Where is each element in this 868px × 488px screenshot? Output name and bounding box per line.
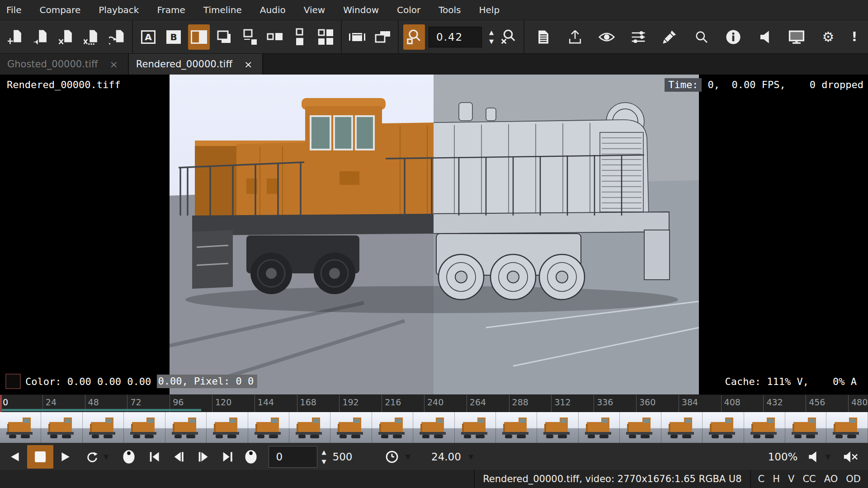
- toggle-color-correction[interactable]: CC: [802, 474, 816, 484]
- zoom-value-input[interactable]: 0.42: [429, 27, 482, 47]
- spin-up-icon[interactable]: ▲: [489, 30, 494, 35]
- toggle-value[interactable]: V: [788, 474, 794, 484]
- timeline-ball-left-button[interactable]: [118, 445, 139, 469]
- compare-overlay-button[interactable]: [213, 24, 235, 50]
- toggle-ao[interactable]: AO: [824, 474, 838, 484]
- menu-tools[interactable]: Tools: [439, 5, 461, 15]
- filmstrip-thumbnail[interactable]: [537, 412, 578, 443]
- spin-down-icon[interactable]: ▼: [489, 39, 494, 44]
- annotation-button[interactable]: [659, 24, 681, 50]
- menu-help[interactable]: Help: [479, 5, 500, 15]
- filmstrip-thumbnail[interactable]: [496, 412, 537, 443]
- mute-button[interactable]: [839, 445, 863, 469]
- next-frame-button[interactable]: [193, 445, 213, 469]
- close-icon[interactable]: ×: [244, 59, 252, 70]
- export-button[interactable]: [564, 24, 586, 50]
- open-file-button[interactable]: [5, 24, 26, 50]
- filmstrip-thumbnail[interactable]: [785, 412, 826, 443]
- volume-button[interactable]: ▼: [803, 445, 835, 469]
- loop-mode-button[interactable]: ▼: [81, 445, 113, 469]
- reload-button[interactable]: [106, 24, 127, 50]
- filmstrip-thumbnail[interactable]: [124, 412, 165, 443]
- zoom-window-button[interactable]: [403, 24, 425, 50]
- frame-spinner[interactable]: ▲ ▼: [322, 450, 326, 464]
- filmstrip-thumbnail[interactable]: [41, 412, 82, 443]
- filmstrip-thumbnail[interactable]: [207, 412, 248, 443]
- volume-dropdown-icon[interactable]: ▼: [825, 453, 830, 461]
- time-units-button[interactable]: ▼: [381, 445, 415, 469]
- menu-file[interactable]: File: [6, 5, 21, 15]
- menu-audio[interactable]: Audio: [260, 5, 286, 15]
- open-with-audio-button[interactable]: [30, 24, 52, 50]
- filmstrip-thumbnail[interactable]: [703, 412, 744, 443]
- info-button[interactable]: [722, 24, 744, 50]
- spin-down-icon[interactable]: ▼: [322, 460, 326, 464]
- previous-frame-button[interactable]: [168, 445, 189, 469]
- files-panel-button[interactable]: [533, 24, 554, 50]
- menu-window[interactable]: Window: [343, 5, 379, 15]
- go-to-start-button[interactable]: [144, 445, 165, 469]
- menu-playback[interactable]: Playback: [99, 5, 139, 15]
- zoom-fit-button[interactable]: [497, 24, 519, 50]
- filmstrip-thumbnail[interactable]: [744, 412, 785, 443]
- end-frame-label[interactable]: 500: [333, 451, 353, 463]
- render-viewport[interactable]: Rendered_00000.tiff Time: 0, 0.00 FPS, 0…: [0, 75, 868, 394]
- single-panel-button[interactable]: [346, 24, 368, 50]
- toggle-color-channel[interactable]: C: [758, 474, 765, 484]
- compare-vertical-button[interactable]: [289, 24, 311, 50]
- filmstrip-thumbnail[interactable]: [372, 412, 413, 443]
- stop-button[interactable]: [27, 445, 53, 469]
- menu-timeline[interactable]: Timeline: [203, 5, 242, 15]
- compare-difference-button[interactable]: [239, 24, 260, 50]
- playhead[interactable]: [0, 395, 2, 412]
- filmstrip-thumbnail[interactable]: [330, 412, 372, 443]
- compare-wipe-button[interactable]: [188, 24, 210, 50]
- filmstrip-thumbnail[interactable]: [661, 412, 703, 443]
- filmstrip-thumbnail[interactable]: [579, 412, 620, 443]
- menu-view[interactable]: View: [304, 5, 325, 15]
- filmstrip-thumbnail[interactable]: [455, 412, 496, 443]
- spin-up-icon[interactable]: ▲: [322, 450, 326, 454]
- compare-tile-button[interactable]: [315, 24, 336, 50]
- close-file-button[interactable]: [55, 24, 77, 50]
- filmstrip-thumbnail[interactable]: [165, 412, 207, 443]
- float-panels-button[interactable]: [372, 24, 393, 50]
- menu-color[interactable]: Color: [397, 5, 420, 15]
- settings-button[interactable]: ⚙: [817, 24, 839, 50]
- filmstrip-thumbnail[interactable]: [413, 412, 454, 443]
- menu-compare[interactable]: Compare: [39, 5, 80, 15]
- compare-b-button[interactable]: B: [163, 24, 184, 50]
- errors-button[interactable]: !: [849, 24, 860, 50]
- tab-ghosted[interactable]: Ghosted_00000.tiff ×: [0, 54, 129, 75]
- filmstrip-thumbnail[interactable]: [0, 412, 41, 443]
- filmstrip-thumbnail[interactable]: [620, 412, 661, 443]
- view-button[interactable]: [596, 24, 618, 50]
- close-icon[interactable]: ×: [109, 59, 118, 70]
- loop-dropdown-icon[interactable]: ▼: [104, 453, 109, 461]
- toggle-od[interactable]: OD: [846, 474, 861, 484]
- timeline-ball-right-button[interactable]: [241, 445, 261, 469]
- play-backwards-button[interactable]: [5, 445, 25, 469]
- compare-a-button[interactable]: A: [137, 24, 159, 50]
- go-to-end-button[interactable]: [217, 445, 238, 469]
- filmstrip-thumbnail[interactable]: [826, 412, 868, 443]
- audio-button[interactable]: [754, 24, 776, 50]
- filmstrip-thumbnail[interactable]: [83, 412, 124, 443]
- color-controls-button[interactable]: [627, 24, 649, 50]
- fps-button[interactable]: 24.00 ▼: [427, 445, 477, 469]
- toggle-hue[interactable]: H: [773, 474, 780, 484]
- compare-horizontal-button[interactable]: [264, 24, 286, 50]
- zoom-spinner[interactable]: ▲ ▼: [489, 30, 494, 44]
- tab-rendered[interactable]: Rendered_00000.tiff ×: [129, 54, 264, 75]
- timeline-ruler[interactable]: 0244872961201441681922162402642883123363…: [0, 394, 868, 412]
- menu-frame[interactable]: Frame: [157, 5, 185, 15]
- time-units-dropdown-icon[interactable]: ▼: [405, 453, 410, 461]
- close-all-button[interactable]: [80, 24, 102, 50]
- fps-dropdown-icon[interactable]: ▼: [468, 453, 474, 461]
- display-button[interactable]: [786, 24, 807, 50]
- search-button[interactable]: [691, 24, 712, 50]
- filmstrip-thumbnail[interactable]: [248, 412, 289, 443]
- filmstrip-thumbnail[interactable]: [289, 412, 330, 443]
- play-button[interactable]: [55, 445, 75, 469]
- current-frame-input[interactable]: 0: [269, 446, 317, 468]
